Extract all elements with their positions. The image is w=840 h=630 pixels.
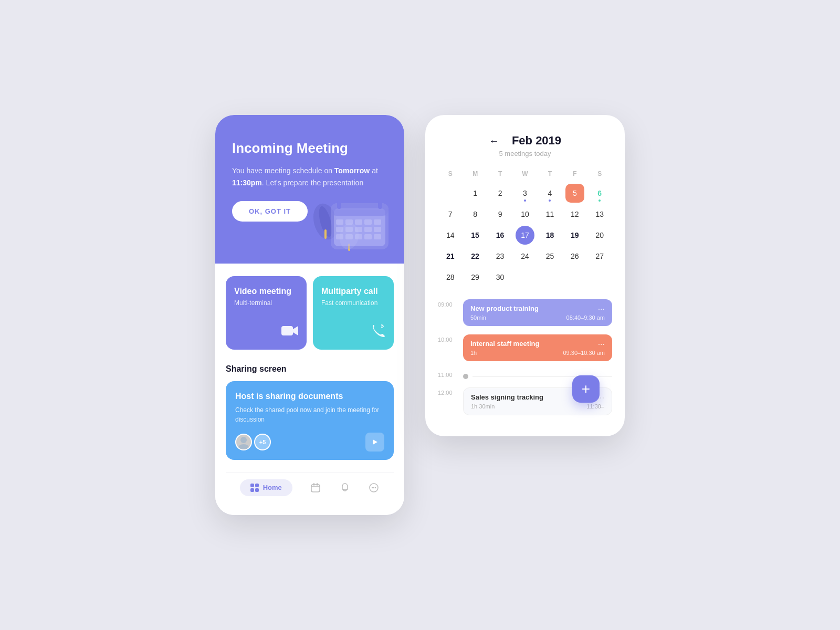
cal-day-8[interactable]: 8	[466, 205, 485, 224]
event-range-training: 08:40–9:30 am	[566, 314, 605, 321]
svg-rect-12	[345, 219, 353, 225]
svg-rect-15	[374, 219, 381, 225]
video-meeting-sub: Multi-terminal	[234, 299, 298, 307]
calendar-nav-item[interactable]	[310, 482, 321, 494]
cal-day-13[interactable]: 13	[590, 205, 609, 224]
cal-day-3[interactable]: 3	[516, 184, 534, 203]
svg-rect-25	[374, 234, 381, 239]
svg-rect-32	[317, 483, 318, 486]
svg-rect-26	[281, 326, 293, 335]
cal-day-4[interactable]: 4	[540, 184, 559, 203]
video-icon	[281, 324, 298, 341]
cal-day-9[interactable]: 9	[491, 205, 510, 224]
cal-day-7[interactable]: 7	[441, 205, 460, 224]
svg-rect-8	[331, 209, 388, 216]
desc-part1: You have meeting schedule on	[232, 166, 334, 175]
cal-day-20[interactable]: 20	[590, 226, 609, 245]
sharing-card-title: Host is sharing documents	[235, 392, 384, 401]
svg-rect-22	[345, 234, 353, 239]
desc-tomorrow: Tomorrow	[334, 166, 370, 175]
cal-day-24[interactable]: 24	[516, 247, 534, 266]
svg-rect-19	[364, 227, 372, 232]
cal-day-18[interactable]: 18	[540, 226, 559, 245]
day-header-s2: S	[587, 168, 612, 180]
cal-day-1[interactable]: 1	[466, 184, 485, 203]
play-button[interactable]	[365, 433, 384, 452]
phone-right: ← Feb 2019 5 meetings today S M T W T F …	[425, 115, 625, 436]
calendar-subtitle: 5 meetings today	[438, 150, 612, 158]
desc-rest: . Let's prepare the presentation	[262, 178, 363, 187]
event-title-sales: Sales signing tracking	[471, 393, 543, 401]
cal-day-21[interactable]: 21	[441, 247, 460, 266]
cal-day-17-selected[interactable]: 17	[516, 226, 534, 245]
day-header-w: W	[512, 168, 537, 180]
desc-at: at	[370, 166, 378, 175]
phone-body: Video meeting Multi-terminal Multiparty …	[215, 264, 404, 515]
cal-day-23[interactable]: 23	[491, 247, 510, 266]
cal-day-27[interactable]: 27	[590, 247, 609, 266]
event-new-product-training[interactable]: New product training ··· 50min 08:40–9:3…	[463, 299, 612, 326]
event-duration-internal: 1h	[470, 350, 477, 356]
cal-day-22[interactable]: 22	[466, 247, 485, 266]
cal-day-28[interactable]: 28	[441, 268, 460, 287]
avatar-group: +5	[235, 434, 271, 450]
calendar-days: 1 2 3 4 5 6 7 8 9 10 11 12 13 14 15	[438, 184, 612, 287]
cal-day-25[interactable]: 25	[540, 247, 559, 266]
chat-nav-item[interactable]	[368, 482, 380, 494]
event-meta-internal: 1h 09:30–10:30 am	[470, 350, 605, 356]
svg-rect-10	[378, 201, 382, 209]
event-menu-training[interactable]: ···	[598, 304, 605, 314]
ok-got-it-button[interactable]: OK, GOT IT	[232, 201, 308, 222]
sharing-section-title: Sharing screen	[226, 364, 394, 374]
timeline-current-dot	[463, 374, 468, 379]
home-nav-item[interactable]: Home	[240, 479, 292, 496]
meeting-cards: Video meeting Multi-terminal Multiparty …	[226, 276, 394, 350]
phone-left: Incoming Meeting You have meeting schedu…	[215, 115, 404, 515]
cal-day-30[interactable]: 30	[491, 268, 510, 287]
day-header-m: M	[463, 168, 487, 180]
incoming-meeting-title: Incoming Meeting	[232, 140, 387, 156]
video-meeting-card[interactable]: Video meeting Multi-terminal	[226, 276, 307, 350]
time-label-1000: 10:00	[438, 334, 457, 343]
event-internal-meeting[interactable]: Internal staff meeting ··· 1h 09:30–10:3…	[463, 334, 612, 361]
cal-day-26[interactable]: 26	[565, 247, 584, 266]
event-range-internal: 09:30–10:30 am	[563, 350, 605, 356]
home-nav-label: Home	[263, 484, 282, 491]
bell-icon	[339, 482, 351, 494]
cal-day-12[interactable]: 12	[565, 205, 584, 224]
svg-point-27	[240, 437, 247, 443]
cal-day-10[interactable]: 10	[516, 205, 534, 224]
sharing-card[interactable]: Host is sharing documents Check the shar…	[226, 381, 394, 460]
add-event-button[interactable]: +	[572, 375, 600, 403]
cal-day-29[interactable]: 29	[466, 268, 485, 287]
svg-point-34	[372, 487, 373, 488]
event-menu-internal[interactable]: ···	[598, 340, 605, 349]
cal-day-19[interactable]: 19	[565, 226, 584, 245]
event-range-sales: 11:30–	[586, 403, 604, 410]
back-button[interactable]: ←	[489, 135, 499, 147]
calendar-icon	[310, 482, 321, 494]
avatar-count: +5	[254, 434, 271, 450]
event-meta-training: 50min 08:40–9:30 am	[470, 314, 605, 321]
svg-rect-20	[374, 227, 381, 232]
bell-nav-item[interactable]	[339, 482, 351, 494]
multiparty-title: Multiparty call	[321, 287, 385, 296]
cal-day-15[interactable]: 15	[466, 226, 485, 245]
multiparty-call-card[interactable]: Multiparty call Fast communication	[313, 276, 394, 350]
cal-day-16[interactable]: 16	[491, 226, 510, 245]
calendar-month: Feb 2019	[512, 134, 561, 148]
cal-day-6[interactable]: 6	[590, 184, 609, 203]
cal-day-14[interactable]: 14	[441, 226, 460, 245]
svg-rect-16	[336, 227, 343, 232]
app-container: Incoming Meeting You have meeting schedu…	[215, 115, 625, 515]
sharing-card-desc: Check the shared pool now and join the m…	[235, 405, 384, 424]
decorative-calendar	[326, 195, 394, 253]
svg-rect-29	[311, 485, 320, 492]
cal-day-2[interactable]: 2	[491, 184, 510, 203]
chat-icon	[368, 482, 380, 494]
cal-day-11[interactable]: 11	[540, 205, 559, 224]
event-title-internal: Internal staff meeting	[470, 340, 539, 348]
cal-day-empty1	[441, 184, 460, 203]
cal-day-5-today[interactable]: 5	[565, 184, 584, 203]
svg-rect-31	[313, 483, 314, 486]
